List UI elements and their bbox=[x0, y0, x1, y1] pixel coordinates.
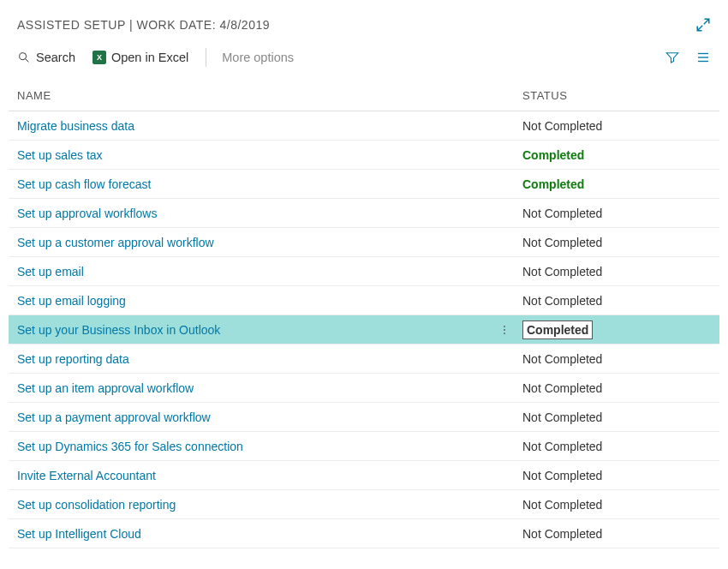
status-cell: Completed bbox=[522, 177, 711, 191]
status-text: Completed bbox=[522, 177, 584, 191]
status-cell: Not Completed bbox=[522, 469, 711, 482]
setup-table: NAME STATUS Migrate business dataNot Com… bbox=[0, 81, 728, 548]
table-row[interactable]: Set up an item approval workflowNot Comp… bbox=[9, 374, 719, 403]
status-cell: Not Completed bbox=[522, 352, 711, 366]
more-options-label: More options bbox=[222, 51, 294, 64]
setup-name-link[interactable]: Set up cash flow forecast bbox=[17, 177, 486, 191]
status-text: Not Completed bbox=[522, 236, 602, 249]
status-cell: Completed bbox=[522, 320, 711, 339]
setup-name-link[interactable]: Set up email bbox=[17, 265, 486, 279]
toolbar-left: Search X Open in Excel More options bbox=[17, 48, 294, 67]
status-cell: Not Completed bbox=[522, 294, 711, 308]
table-row[interactable]: Set up sales taxCompleted bbox=[9, 141, 719, 170]
setup-name-link[interactable]: Set up approval workflows bbox=[17, 207, 486, 220]
setup-name-link[interactable]: Set up an item approval workflow bbox=[17, 381, 486, 395]
setup-name-link[interactable]: Set up sales tax bbox=[17, 148, 486, 162]
svg-point-0 bbox=[20, 53, 27, 60]
setup-name-link[interactable]: Set up email logging bbox=[17, 294, 486, 308]
more-options-button[interactable]: More options bbox=[222, 51, 294, 64]
status-text: Not Completed bbox=[522, 119, 602, 133]
table-row[interactable]: Set up email loggingNot Completed bbox=[9, 286, 719, 315]
column-header-status[interactable]: STATUS bbox=[522, 89, 711, 102]
status-text: Not Completed bbox=[522, 294, 602, 308]
svg-point-27 bbox=[504, 329, 505, 331]
list-settings-icon[interactable] bbox=[695, 50, 711, 65]
table-row[interactable]: Set up Dynamics 365 for Sales connection… bbox=[9, 432, 719, 461]
table-row[interactable]: Set up Intelligent CloudNot Completed bbox=[9, 519, 719, 548]
status-text[interactable]: Completed bbox=[522, 320, 593, 339]
page-header: ASSISTED SETUP | WORK DATE: 4/8/2019 bbox=[0, 0, 728, 41]
status-text: Not Completed bbox=[522, 498, 602, 512]
search-button[interactable]: Search bbox=[17, 51, 75, 64]
status-text: Not Completed bbox=[522, 469, 602, 482]
status-text: Not Completed bbox=[522, 410, 602, 424]
status-cell: Not Completed bbox=[522, 527, 711, 541]
search-label: Search bbox=[36, 51, 75, 64]
status-cell: Not Completed bbox=[522, 381, 711, 395]
status-cell: Completed bbox=[522, 148, 711, 162]
table-row[interactable]: Set up consolidation reportingNot Comple… bbox=[9, 490, 719, 519]
setup-name-link[interactable]: Set up your Business Inbox in Outlook bbox=[17, 323, 486, 337]
svg-point-26 bbox=[504, 325, 505, 326]
status-cell: Not Completed bbox=[522, 119, 711, 133]
status-cell: Not Completed bbox=[522, 207, 711, 220]
excel-icon: X bbox=[92, 51, 106, 64]
setup-name-link[interactable]: Set up Intelligent Cloud bbox=[17, 527, 486, 541]
open-in-excel-label: Open in Excel bbox=[111, 51, 188, 64]
status-text: Not Completed bbox=[522, 527, 602, 541]
table-body: Migrate business dataNot CompletedSet up… bbox=[9, 111, 719, 548]
table-row[interactable]: Set up emailNot Completed bbox=[9, 257, 719, 286]
table-row[interactable]: Set up reporting dataNot Completed bbox=[9, 344, 719, 374]
status-text: Not Completed bbox=[522, 207, 602, 220]
table-row[interactable]: Set up your Business Inbox in OutlookCom… bbox=[9, 315, 719, 344]
status-text: Completed bbox=[522, 148, 584, 162]
toolbar: Search X Open in Excel More options bbox=[0, 41, 728, 81]
status-text: Not Completed bbox=[522, 352, 602, 366]
table-row[interactable]: Set up a payment approval workflowNot Co… bbox=[9, 403, 719, 432]
setup-name-link[interactable]: Set up a payment approval workflow bbox=[17, 410, 486, 424]
svg-line-1 bbox=[26, 59, 29, 63]
table-row[interactable]: Invite External AccountantNot Completed bbox=[9, 461, 719, 490]
expand-icon[interactable] bbox=[695, 17, 711, 33]
setup-name-link[interactable]: Invite External Accountant bbox=[17, 469, 486, 482]
table-row[interactable]: Set up a customer approval workflowNot C… bbox=[9, 228, 719, 257]
setup-name-link[interactable]: Set up Dynamics 365 for Sales connection bbox=[17, 440, 486, 453]
status-cell: Not Completed bbox=[522, 236, 711, 249]
setup-name-link[interactable]: Set up reporting data bbox=[17, 352, 486, 366]
setup-name-link[interactable]: Set up a customer approval workflow bbox=[17, 236, 486, 249]
table-header: NAME STATUS bbox=[9, 81, 719, 111]
status-text: Not Completed bbox=[522, 265, 602, 279]
search-icon bbox=[17, 51, 31, 64]
open-in-excel-button[interactable]: X Open in Excel bbox=[92, 51, 188, 64]
setup-name-link[interactable]: Migrate business data bbox=[17, 119, 486, 133]
setup-name-link[interactable]: Set up consolidation reporting bbox=[17, 498, 486, 512]
column-header-name[interactable]: NAME bbox=[17, 89, 522, 102]
status-text: Not Completed bbox=[522, 440, 602, 453]
status-cell: Not Completed bbox=[522, 265, 711, 279]
table-row[interactable]: Migrate business dataNot Completed bbox=[9, 111, 719, 141]
table-row[interactable]: Set up cash flow forecastCompleted bbox=[9, 170, 719, 199]
table-row[interactable]: Set up approval workflowsNot Completed bbox=[9, 199, 719, 228]
status-cell: Not Completed bbox=[522, 498, 711, 512]
status-cell: Not Completed bbox=[522, 440, 711, 453]
status-text: Not Completed bbox=[522, 381, 602, 395]
status-cell: Not Completed bbox=[522, 410, 711, 424]
toolbar-right bbox=[665, 50, 711, 65]
row-more-icon[interactable] bbox=[498, 322, 510, 338]
toolbar-divider bbox=[206, 48, 206, 67]
svg-point-28 bbox=[504, 332, 505, 334]
row-menu-cell bbox=[486, 322, 522, 338]
filter-icon[interactable] bbox=[665, 50, 680, 65]
page-title: ASSISTED SETUP | WORK DATE: 4/8/2019 bbox=[17, 18, 270, 32]
